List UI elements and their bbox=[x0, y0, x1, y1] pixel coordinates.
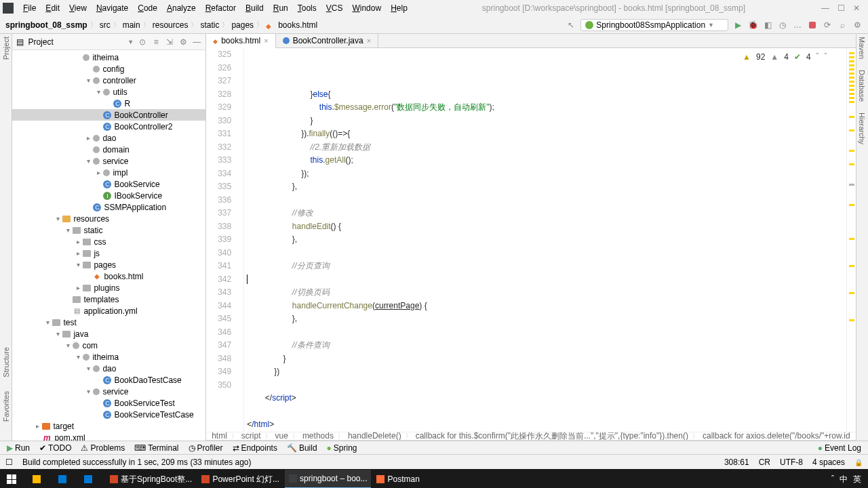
taskbar-item[interactable] bbox=[54, 470, 79, 488]
attach-button[interactable]: … bbox=[792, 20, 803, 30]
breadcrumb-item[interactable]: resources bbox=[153, 20, 189, 30]
tool-menu-icon[interactable]: ☐ bbox=[5, 458, 13, 467]
editor-crumb[interactable]: callback for axios.delete("/books/"+row.… bbox=[703, 432, 850, 441]
tree-node[interactable]: ▸dao bbox=[12, 132, 205, 144]
spring-tool-button[interactable]: ●Spring bbox=[323, 443, 361, 453]
editor-crumb[interactable]: methods bbox=[302, 432, 334, 441]
menu-refactor[interactable]: Refactor bbox=[201, 2, 240, 14]
back-icon[interactable]: ↖ bbox=[566, 20, 576, 30]
taskbar-item[interactable] bbox=[28, 470, 53, 488]
project-tree[interactable]: itheimaconfig▾controller▾utilsCRCBookCon… bbox=[12, 50, 205, 441]
menu-analyze[interactable]: Analyze bbox=[163, 2, 200, 14]
update-button[interactable]: ⟳ bbox=[822, 20, 833, 30]
file-encoding[interactable]: UTF-8 bbox=[780, 458, 803, 467]
select-opened-file-icon[interactable]: ⊙ bbox=[138, 37, 147, 47]
caret-position[interactable]: 308:61 bbox=[724, 458, 749, 467]
settings-icon[interactable]: ⚙ bbox=[178, 37, 188, 47]
tree-node[interactable]: CBookController2 bbox=[12, 121, 205, 132]
breadcrumb-item[interactable]: src bbox=[100, 20, 111, 30]
event-log-button[interactable]: ●Event Log bbox=[814, 443, 865, 453]
tree-node[interactable]: mpom.xml bbox=[12, 432, 205, 441]
tree-node[interactable]: ▾java bbox=[12, 328, 205, 340]
marker-bar[interactable] bbox=[846, 48, 856, 432]
search-everywhere-button[interactable]: ⌕ bbox=[837, 20, 848, 30]
run-config-selector[interactable]: Springboot08SsmpApplication ▼ bbox=[580, 19, 728, 31]
breadcrumb-item[interactable]: static bbox=[200, 20, 219, 30]
tree-node[interactable]: ▾com bbox=[12, 340, 205, 351]
tree-node[interactable]: CSSMPApplication bbox=[12, 201, 205, 213]
breadcrumb-item[interactable]: books.html bbox=[278, 20, 317, 30]
tree-node[interactable]: CBookService bbox=[12, 178, 205, 190]
profile-button[interactable]: ◷ bbox=[777, 20, 788, 30]
maximize-icon[interactable]: ☐ bbox=[837, 3, 845, 13]
tree-node[interactable]: itheima bbox=[12, 52, 205, 63]
tree-node[interactable]: IIBookService bbox=[12, 190, 205, 201]
tree-node[interactable]: templates bbox=[12, 293, 205, 305]
profiler-tool-button[interactable]: ◷Profiler bbox=[184, 443, 227, 453]
project-tool-button[interactable]: Project bbox=[2, 37, 10, 60]
tree-node[interactable]: config bbox=[12, 63, 205, 75]
todo-tool-button[interactable]: ✔TODO bbox=[35, 443, 75, 453]
tree-node[interactable]: ▾service bbox=[12, 386, 205, 397]
close-icon[interactable]: ✕ bbox=[853, 3, 860, 13]
readonly-icon[interactable] bbox=[854, 458, 863, 467]
menu-help[interactable]: Help bbox=[387, 2, 412, 14]
menu-view[interactable]: View bbox=[65, 2, 91, 14]
collapse-all-icon[interactable]: ⇲ bbox=[165, 37, 174, 47]
run-tool-button[interactable]: ▶Run bbox=[3, 443, 34, 453]
tree-node[interactable]: CR bbox=[12, 98, 205, 109]
favorites-tool-button[interactable]: Favorites bbox=[2, 391, 10, 422]
editor-breadcrumbs[interactable]: html〉script〉vue〉methods〉handleDelete()〉c… bbox=[206, 432, 855, 441]
tree-node[interactable]: ▸impl bbox=[12, 167, 205, 178]
endpoints-tool-button[interactable]: ⇄Endpoints bbox=[229, 443, 281, 453]
menu-code[interactable]: Code bbox=[134, 2, 161, 14]
menu-build[interactable]: Build bbox=[241, 2, 268, 14]
close-tab-icon[interactable]: × bbox=[367, 37, 371, 45]
tree-node[interactable]: CBookServiceTest bbox=[12, 397, 205, 409]
tree-node[interactable]: ▾utils bbox=[12, 86, 205, 98]
tree-node[interactable]: ▾service bbox=[12, 155, 205, 167]
tree-node[interactable]: ▾resources bbox=[12, 213, 205, 224]
tree-node[interactable]: books.html bbox=[12, 270, 205, 282]
tree-node[interactable]: CBookController bbox=[12, 109, 205, 121]
menu-run[interactable]: Run bbox=[269, 2, 292, 14]
tree-node[interactable]: ▾pages bbox=[12, 259, 205, 270]
chevron-up-icon[interactable]: ˆ bbox=[816, 51, 819, 64]
menu-file[interactable]: File bbox=[19, 2, 40, 14]
maven-tool-button[interactable]: Maven bbox=[858, 37, 866, 59]
coverage-button[interactable]: ◧ bbox=[762, 20, 773, 30]
breadcrumb-item[interactable]: springboot_08_ssmp bbox=[5, 20, 87, 30]
taskbar-item[interactable] bbox=[80, 470, 104, 488]
stop-button[interactable] bbox=[807, 20, 818, 30]
breadcrumb[interactable]: springboot_08_ssmp〉src〉main〉resources〉st… bbox=[5, 20, 317, 30]
tree-node[interactable]: CBookServiceTestCase bbox=[12, 409, 205, 420]
menu-tools[interactable]: Tools bbox=[294, 2, 321, 14]
chevron-down-icon[interactable]: ▼ bbox=[127, 39, 134, 45]
taskbar-item[interactable]: Postman bbox=[372, 470, 423, 488]
taskbar-item[interactable]: 基于SpringBoot整... bbox=[106, 470, 196, 488]
indent-setting[interactable]: 4 spaces bbox=[812, 458, 845, 467]
close-tab-icon[interactable]: × bbox=[264, 37, 268, 45]
debug-button[interactable]: 🐞 bbox=[747, 20, 758, 30]
problems-tool-button[interactable]: ⚠Problems bbox=[77, 443, 129, 453]
tree-node[interactable]: ▸plugins bbox=[12, 282, 205, 293]
tree-node[interactable]: ▸css bbox=[12, 236, 205, 247]
tree-node[interactable]: ▾controller bbox=[12, 75, 205, 86]
hierarchy-tool-button[interactable]: Hierarchy bbox=[858, 113, 866, 144]
editor-crumb[interactable]: html bbox=[212, 432, 227, 441]
editor-crumb[interactable]: callback for this.$confirm("此操作永久删除当前...… bbox=[416, 432, 688, 441]
chevron-down-icon[interactable]: ˇ bbox=[825, 51, 827, 64]
menu-window[interactable]: Window bbox=[348, 2, 385, 14]
taskbar-item[interactable]: PowerPoint 幻灯... bbox=[197, 470, 283, 488]
database-tool-button[interactable]: Database bbox=[858, 70, 866, 102]
menu-edit[interactable]: Edit bbox=[41, 2, 64, 14]
editor-crumb[interactable]: vue bbox=[275, 432, 288, 441]
settings-button[interactable]: ⚙ bbox=[852, 20, 863, 30]
build-tool-button[interactable]: 🔨Build bbox=[283, 443, 321, 453]
expand-all-icon[interactable]: ≡ bbox=[151, 37, 161, 47]
system-tray[interactable]: ˆ中英 bbox=[831, 474, 865, 485]
taskbar-item[interactable]: springboot – boo... bbox=[285, 470, 371, 488]
line-separator[interactable]: CR bbox=[759, 458, 770, 467]
code-editor[interactable]: 3253263273283293303313323333343353363373… bbox=[206, 48, 855, 432]
editor-crumb[interactable]: handleDelete() bbox=[348, 432, 401, 441]
